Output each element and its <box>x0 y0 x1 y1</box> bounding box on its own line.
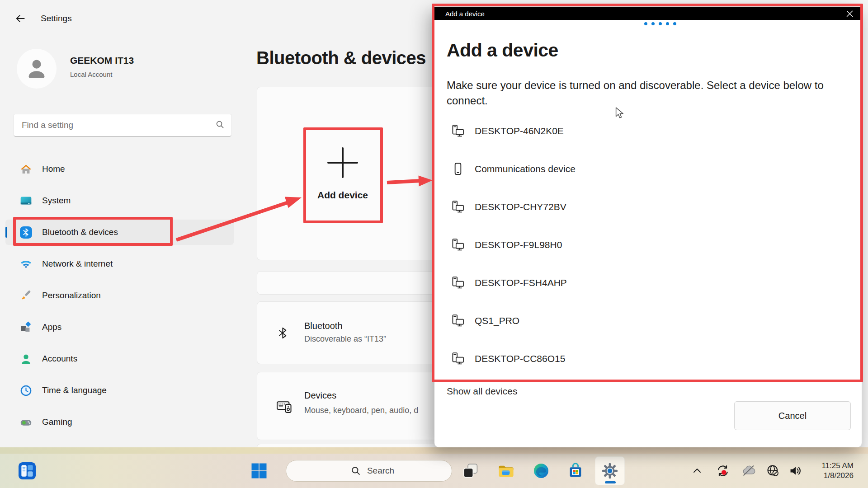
back-button[interactable] <box>13 12 28 27</box>
sidebar-item-personalization[interactable]: Personalization <box>5 283 234 308</box>
devices-card-title: Devices <box>304 390 336 401</box>
profile-account-type: Local Account <box>70 70 112 78</box>
tray-volume-icon[interactable] <box>785 454 807 488</box>
annotation-box-add-device <box>303 127 383 223</box>
sidebar-item-system[interactable]: System <box>5 188 234 213</box>
time-icon <box>20 385 32 397</box>
edge-icon[interactable] <box>532 454 551 488</box>
settings-taskbar-icon-active[interactable] <box>595 456 625 485</box>
tray-time: 11:25 AM <box>821 461 854 470</box>
personalization-icon <box>20 290 32 302</box>
back-arrow-icon <box>14 13 26 26</box>
tray-cloud-offline-icon[interactable] <box>738 454 760 488</box>
show-all-devices-link[interactable]: Show all devices <box>447 386 517 397</box>
tray-chevron-up-icon[interactable] <box>688 454 706 488</box>
start-button[interactable] <box>250 454 269 488</box>
sidebar-item-accounts[interactable]: Accounts <box>5 346 234 371</box>
tray-sync-alert-icon[interactable] <box>712 454 733 488</box>
gaming-icon <box>20 416 32 428</box>
tray-globe-offline-icon[interactable] <box>763 454 783 488</box>
bluetooth-card-subtitle: Discoverable as “IT13” <box>304 334 386 344</box>
home-icon <box>20 163 32 175</box>
bluetooth-glyph-icon <box>276 302 290 364</box>
tray-clock[interactable]: 11:25 AM 1/8/2026 <box>809 454 856 488</box>
tray-date: 1/8/2026 <box>824 471 854 480</box>
taskbar-search-box[interactable]: Search <box>286 460 452 482</box>
accounts-icon <box>20 353 32 365</box>
sidebar-item-home[interactable]: Home <box>5 156 234 182</box>
person-icon <box>24 55 49 82</box>
widgets-icon[interactable] <box>17 454 37 488</box>
system-icon <box>20 195 32 207</box>
settings-active-indicator <box>605 481 616 483</box>
selected-indicator <box>5 227 7 238</box>
taskbar-search-placeholder: Search <box>367 466 394 476</box>
file-explorer-icon[interactable] <box>496 454 515 488</box>
sidebar-item-gaming[interactable]: Gaming <box>5 409 234 435</box>
find-a-setting-placeholder: Find a setting <box>22 120 216 130</box>
window-title: Settings <box>41 14 72 23</box>
profile-name: GEEKOM IT13 <box>70 55 134 66</box>
page-title: Bluetooth & devices <box>256 48 426 68</box>
sidebar-nav: Home System Bluetooth & devices Network … <box>5 156 234 435</box>
annotation-box-sidebar-bluetooth <box>13 217 173 246</box>
devices-glyph-icon <box>276 372 292 440</box>
search-icon <box>351 466 361 476</box>
sidebar-item-network-internet[interactable]: Network & internet <box>5 251 234 277</box>
devices-card-subtitle: Mouse, keyboard, pen, audio, d <box>304 406 418 415</box>
microsoft-store-icon[interactable] <box>566 454 585 488</box>
search-icon <box>216 120 224 131</box>
taskbar: Search <box>0 454 868 488</box>
avatar[interactable] <box>17 49 57 89</box>
annotation-box-dialog <box>432 4 863 382</box>
sidebar-item-apps[interactable]: Apps <box>5 314 234 340</box>
find-a-setting-input[interactable]: Find a setting <box>13 114 232 136</box>
mouse-cursor <box>614 107 626 121</box>
sidebar-item-time-language[interactable]: Time & language <box>5 378 234 403</box>
task-view-icon[interactable] <box>461 454 480 488</box>
network-icon <box>20 258 32 270</box>
bluetooth-card-title: Bluetooth <box>304 321 343 331</box>
desktop-screen: Settings GEEKOM IT13 Local Account Find … <box>0 0 868 488</box>
cancel-button[interactable]: Cancel <box>734 401 851 430</box>
apps-icon <box>20 321 32 333</box>
desktop-wallpaper-strip <box>0 447 868 454</box>
